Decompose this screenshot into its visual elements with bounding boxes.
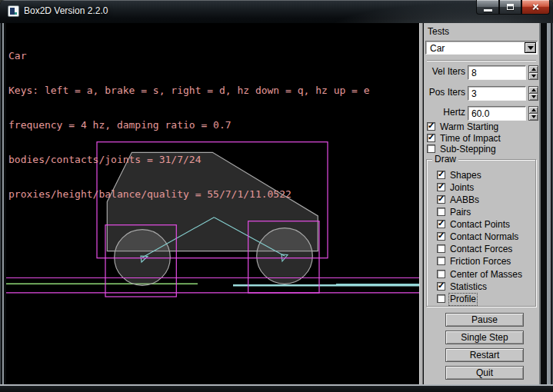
- single-step-button[interactable]: Single Step: [445, 331, 524, 344]
- friction-forces-label[interactable]: Friction Forces: [450, 257, 511, 267]
- vel-iters-field[interactable]: [468, 65, 526, 80]
- vel-iters-spinner[interactable]: [528, 65, 538, 80]
- control-panel: Tests Car Vel Iters Pos Iters Hertz ✓: [424, 23, 541, 384]
- draw-group-box: Draw ✓ Shapes ✓ Joints ✓ AABBs Pairs ✓ C…: [426, 159, 536, 307]
- time-of-impact-checkbox[interactable]: ✓: [427, 134, 435, 142]
- warm-starting-label[interactable]: Warm Starting: [440, 122, 498, 132]
- check-icon: ✓: [428, 132, 435, 142]
- statistics-label[interactable]: Statistics: [450, 282, 487, 292]
- statistics-checkbox[interactable]: ✓: [437, 282, 445, 291]
- window-frame-bottom: [0, 384, 553, 392]
- hertz-field[interactable]: [468, 106, 526, 121]
- spinner-down-button[interactable]: [528, 93, 538, 101]
- joints-label[interactable]: Joints: [450, 183, 474, 193]
- contact-points-label[interactable]: Contact Points: [450, 220, 510, 230]
- pos-iters-spinner[interactable]: [528, 86, 538, 101]
- vel-iters-label: Vel Iters: [424, 67, 465, 77]
- hertz-spinner[interactable]: [528, 106, 538, 121]
- warm-starting-checkbox[interactable]: ✓: [427, 122, 435, 131]
- check-icon: ✓: [438, 181, 445, 191]
- pairs-checkbox[interactable]: [437, 208, 445, 216]
- test-name-line: Car: [8, 50, 370, 61]
- window-title: Box2D Version 2.2.0: [24, 0, 108, 22]
- arrow-down-icon: [531, 95, 536, 98]
- contact-normals-checkbox[interactable]: ✓: [437, 232, 445, 241]
- time-of-impact-label[interactable]: Time of Impact: [440, 134, 501, 144]
- spinner-down-button[interactable]: [528, 113, 538, 121]
- arrow-down-icon: [531, 115, 536, 118]
- profile-checkbox[interactable]: [437, 294, 445, 303]
- spinner-down-button[interactable]: [528, 72, 538, 80]
- close-button[interactable]: [521, 0, 550, 15]
- minimize-button[interactable]: [476, 0, 499, 15]
- spinner-up-button[interactable]: [528, 86, 538, 93]
- maximize-icon: [507, 4, 514, 10]
- contact-normals-label[interactable]: Contact Normals: [450, 232, 518, 242]
- arrow-up-icon: [531, 68, 536, 71]
- window-frame-left: [0, 23, 6, 384]
- joints-checkbox[interactable]: ✓: [437, 183, 445, 191]
- check-icon: ✓: [428, 121, 435, 131]
- frequency-line: frequency = 4 hz, damping ratio = 0.7: [8, 119, 370, 131]
- tests-label: Tests: [428, 27, 449, 37]
- shapes-label[interactable]: Shapes: [450, 171, 481, 181]
- maximize-button[interactable]: [499, 0, 521, 15]
- aabbs-checkbox[interactable]: ✓: [437, 195, 445, 204]
- window-frame-right: [541, 23, 553, 384]
- debug-info-text: Car Keys: left = a, brake = s, right = d…: [8, 27, 370, 223]
- restart-button[interactable]: Restart: [445, 348, 524, 362]
- pos-iters-label: Pos Iters: [424, 88, 465, 98]
- check-icon: ✓: [438, 194, 445, 204]
- proxies-stats-line: proxies/height/balance/quality = 55/7/1/…: [8, 188, 370, 200]
- check-icon: ✓: [438, 169, 445, 179]
- pairs-label[interactable]: Pairs: [450, 208, 471, 218]
- check-icon: ✓: [438, 281, 445, 291]
- title-bar[interactable]: Box2D Version 2.2.0: [0, 0, 553, 23]
- sub-stepping-checkbox[interactable]: [427, 145, 435, 153]
- check-icon: ✓: [438, 218, 445, 228]
- quit-button[interactable]: Quit: [445, 366, 524, 380]
- simulation-canvas[interactable]: Car Keys: left = a, brake = s, right = d…: [6, 23, 419, 384]
- contact-points-checkbox[interactable]: ✓: [437, 220, 445, 228]
- friction-forces-checkbox[interactable]: [437, 257, 445, 265]
- column-divider: [419, 23, 423, 384]
- minimize-icon: [484, 9, 492, 12]
- bodies-stats-line: bodies/contacts/joints = 31/7/24: [8, 154, 370, 165]
- app-icon: [8, 5, 19, 17]
- separator: [427, 60, 536, 61]
- app-window: Box2D Version 2.2.0: [0, 0, 553, 392]
- aabbs-label[interactable]: AABBs: [450, 195, 479, 205]
- keys-help-line: Keys: left = a, brake = s, right = d, hz…: [8, 85, 370, 96]
- pos-iters-field[interactable]: [468, 86, 526, 101]
- center-of-masses-checkbox[interactable]: [437, 270, 445, 278]
- center-of-masses-label[interactable]: Center of Masses: [450, 270, 522, 280]
- test-select-dropdown[interactable]: Car: [425, 41, 538, 55]
- contact-forces-label[interactable]: Contact Forces: [450, 244, 512, 254]
- pause-button[interactable]: Pause: [445, 313, 524, 327]
- close-icon: [531, 3, 540, 12]
- contact-forces-checkbox[interactable]: [437, 244, 445, 253]
- shapes-checkbox[interactable]: ✓: [437, 171, 445, 179]
- check-icon: ✓: [438, 231, 445, 241]
- arrow-up-icon: [531, 88, 536, 91]
- hertz-label: Hertz: [424, 108, 465, 118]
- chevron-down-icon: [528, 46, 534, 50]
- spinner-up-button[interactable]: [528, 65, 538, 72]
- draw-group-label: Draw: [432, 154, 458, 164]
- caption-buttons: [476, 0, 550, 15]
- arrow-down-icon: [531, 75, 536, 78]
- spinner-up-button[interactable]: [528, 106, 538, 113]
- dropdown-button[interactable]: [525, 42, 536, 53]
- test-select-value: Car: [430, 43, 445, 54]
- arrow-up-icon: [531, 108, 536, 111]
- profile-label[interactable]: Profile: [450, 294, 476, 304]
